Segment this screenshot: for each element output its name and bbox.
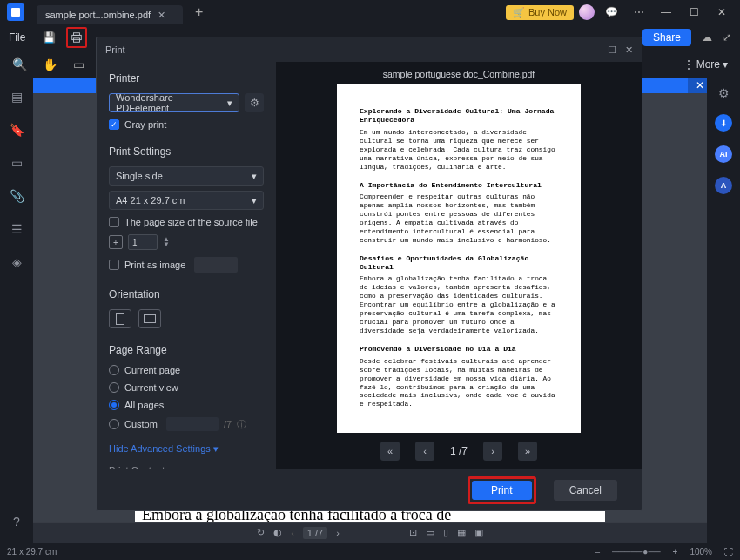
fit-page-icon[interactable]: ▭: [426, 527, 434, 538]
ai-badge-2[interactable]: A: [715, 177, 732, 194]
copies-icon: +: [109, 235, 123, 249]
print-button-highlight: Print: [468, 476, 536, 504]
fullscreen-icon[interactable]: ⛶: [724, 547, 733, 557]
quick-print-button[interactable]: [66, 27, 87, 48]
avatar[interactable]: [579, 4, 595, 20]
thumbnails-icon[interactable]: ▤: [11, 90, 23, 104]
print-dialog: Print ☐ ✕ Printer Wondershare PDFelement…: [96, 37, 642, 511]
comment-icon[interactable]: ▭: [11, 156, 23, 170]
window-minimize[interactable]: —: [655, 6, 677, 18]
orientation-landscape[interactable]: [138, 309, 161, 328]
sides-select[interactable]: Single side▾: [109, 166, 264, 186]
last-page-button[interactable]: »: [518, 442, 537, 461]
document-tab[interactable]: sample port...ombine.pdf ✕: [37, 5, 183, 24]
layout-icon[interactable]: ▦: [457, 527, 466, 538]
titlebar: sample port...ombine.pdf ✕ + 🛒 Buy Now 💬…: [0, 0, 740, 24]
range-custom[interactable]: Custom /7 ⓘ: [109, 417, 264, 431]
custom-range-input[interactable]: [166, 417, 219, 431]
orientation-portrait[interactable]: [109, 309, 131, 328]
read-mode-icon[interactable]: ▣: [474, 527, 483, 538]
dialog-footer: Print Cancel: [97, 469, 642, 510]
copies-down[interactable]: ▼: [163, 242, 170, 247]
close-tab-icon[interactable]: ✕: [158, 10, 165, 21]
cloud-icon[interactable]: ☁: [702, 31, 712, 44]
download-icon[interactable]: ⬇: [715, 114, 732, 132]
preview-page: Explorando a Diversidade Cultural: Uma J…: [337, 84, 581, 433]
app-icon: [7, 3, 24, 21]
chevron-down-icon: ▾: [213, 443, 219, 454]
print-settings-panel: Printer Wondershare PDFelement▾ ⚙ Gray p…: [97, 62, 276, 469]
add-tab-button[interactable]: +: [195, 4, 203, 20]
source-page-size-checkbox[interactable]: The page size of the source file: [109, 217, 264, 227]
file-menu[interactable]: File: [9, 31, 25, 44]
window-maximize[interactable]: ☐: [683, 6, 705, 18]
orientation-label: Orientation: [109, 288, 264, 300]
search-icon[interactable]: 🔍: [12, 57, 27, 71]
printer-icon: [71, 31, 83, 44]
prev-page-button[interactable]: ‹: [415, 442, 434, 461]
next-page-icon[interactable]: ›: [336, 528, 340, 538]
attachment-icon[interactable]: 📎: [10, 189, 24, 203]
buy-now-button[interactable]: 🛒 Buy Now: [506, 5, 574, 20]
document-toolbar: ↻ ◐ ‹ 1 /7 › ⊡ ▭ ▯ ▦ ▣: [33, 522, 707, 543]
hand-icon[interactable]: ✋: [43, 57, 57, 71]
rotate-icon[interactable]: ↻: [257, 527, 265, 538]
paper-size-label: 21 x 29.7 cm: [7, 547, 57, 557]
save-icon[interactable]: 💾: [43, 31, 56, 44]
prev-page-icon[interactable]: ‹: [291, 528, 294, 538]
print-as-image-checkbox[interactable]: Print as image: [109, 257, 264, 273]
more-icon[interactable]: ⋯: [629, 6, 649, 18]
chevron-down-icon: ▾: [723, 58, 728, 71]
printer-select[interactable]: Wondershare PDFelement▾: [109, 93, 239, 112]
zoom-out-icon[interactable]: –: [595, 547, 600, 557]
page-range-label: Page Range: [109, 344, 264, 356]
statusbar: 21 x 29.7 cm – ─────●── + 100% ⛶: [0, 543, 740, 560]
share-button[interactable]: Share: [642, 29, 691, 46]
feedback-icon[interactable]: 💬: [600, 6, 623, 18]
fit-width-icon[interactable]: ⊡: [409, 527, 417, 538]
svg-rect-4: [145, 315, 156, 323]
hide-advanced-link[interactable]: Hide Advanced Settings ▾: [109, 443, 264, 455]
select-icon[interactable]: ▭: [73, 57, 84, 71]
range-all-pages[interactable]: All pages: [109, 400, 264, 410]
adjust-icon[interactable]: ⚙: [718, 86, 730, 100]
more-menu[interactable]: ⋮ More ▾: [683, 58, 728, 71]
single-page-icon[interactable]: ▯: [443, 527, 448, 538]
bookmark-icon[interactable]: 🔖: [10, 123, 24, 137]
page-number-input[interactable]: 1 /7: [303, 527, 327, 539]
preview-pager: « ‹ 1 /7 › »: [380, 442, 537, 461]
ai-badge-1[interactable]: AI: [715, 145, 732, 163]
cancel-button[interactable]: Cancel: [554, 480, 617, 501]
dialog-title: Print: [105, 44, 125, 55]
chevron-down-icon: ▾: [252, 171, 257, 182]
expand-icon[interactable]: ⤢: [723, 31, 731, 44]
paper-select[interactable]: A4 21 x 29.7 cm▾: [109, 191, 264, 210]
print-button[interactable]: Print: [472, 481, 532, 500]
print-content-label: Print Content: [109, 465, 264, 469]
printer-settings-button[interactable]: ⚙: [245, 93, 264, 112]
range-current-page[interactable]: Current page: [109, 365, 264, 375]
left-rail: ▤ 🔖 ▭ 📎 ☰ ◈ ?: [0, 78, 33, 539]
copies-input[interactable]: 1: [128, 234, 158, 250]
dialog-close[interactable]: ✕: [625, 44, 633, 56]
zoom-in-icon[interactable]: +: [673, 547, 678, 557]
window-close[interactable]: ✕: [710, 6, 733, 18]
zoom-slider[interactable]: ─────●──: [612, 547, 661, 557]
printer-section-label: Printer: [109, 72, 264, 84]
print-settings-label: Print Settings: [109, 145, 264, 158]
gray-print-checkbox[interactable]: Gray print: [109, 119, 264, 130]
dpi-select[interactable]: [194, 257, 238, 273]
svg-rect-3: [117, 314, 124, 325]
range-current-view[interactable]: Current view: [109, 382, 264, 393]
layer-icon[interactable]: ◈: [12, 255, 22, 269]
checkbox-icon: [109, 260, 119, 270]
field-icon[interactable]: ☰: [11, 222, 23, 236]
page-jump-icon[interactable]: ◐: [273, 527, 282, 538]
next-page-button[interactable]: ›: [483, 442, 502, 461]
dialog-maximize[interactable]: ☐: [608, 44, 616, 56]
right-rail: ⚙ ⬇ AI A: [707, 78, 740, 539]
help-icon[interactable]: ?: [13, 515, 20, 529]
info-icon[interactable]: ⓘ: [237, 418, 246, 431]
tab-title: sample port...ombine.pdf: [45, 10, 151, 20]
first-page-button[interactable]: «: [380, 442, 400, 461]
